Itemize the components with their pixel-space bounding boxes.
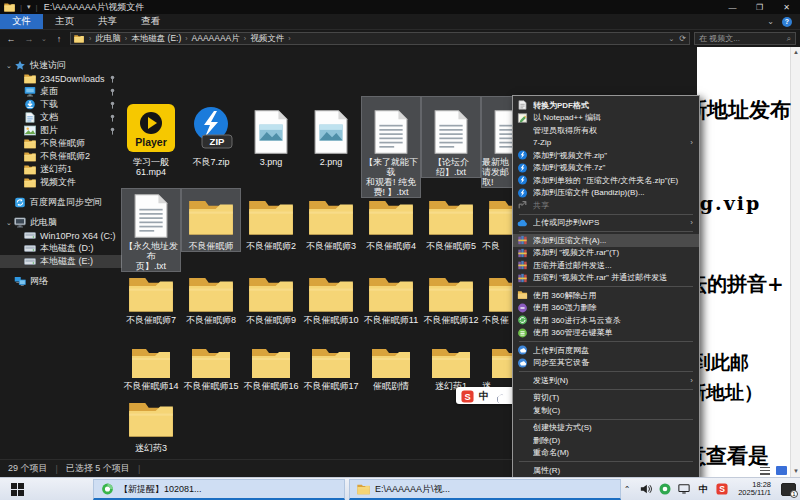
file-tile[interactable]: 不良催眠师2 (242, 189, 300, 251)
file-tile[interactable]: 【论坛介绍】.txt (422, 97, 480, 177)
start-button[interactable] (0, 478, 34, 500)
menu-item-7-Zip[interactable]: 7-Zip› (513, 137, 699, 150)
sidebar-item-网络[interactable]: 网络 (0, 275, 122, 288)
file-tile[interactable]: 催眠剧情 (362, 341, 420, 391)
tab-查看[interactable]: 查看 (129, 14, 172, 29)
menu-item-删除(D)[interactable]: 删除(D) (513, 434, 699, 447)
history-chevron-icon[interactable]: ⌄ (40, 35, 48, 43)
taskbar-button[interactable]: 【新提醒】102081... (93, 479, 345, 500)
expander-chevron-icon[interactable]: ⌄ (6, 219, 14, 227)
menu-item-重命名(M)[interactable]: 重命名(M) (513, 447, 699, 460)
menu-item-转换为PDF格式[interactable]: 转换为PDF格式 (513, 99, 699, 112)
file-tile[interactable]: 不良催眠师12 (422, 269, 480, 325)
menu-item-添加到 "视频文件.rar"(T)[interactable]: 添加到 "视频文件.rar"(T) (513, 247, 699, 260)
taskbar-clock[interactable]: 18:28 2025/11/1 (735, 481, 774, 498)
scrollbar[interactable]: ▲ ▼ (790, 47, 800, 477)
sidebar-item-本地磁盘 (E:)[interactable]: 本地磁盘 (E:) (0, 255, 122, 268)
close-button[interactable]: ✕ (773, 0, 800, 14)
menu-item-创建快捷方式(S)[interactable]: 创建快捷方式(S) (513, 422, 699, 435)
menu-item-上传或同步到WPS[interactable]: 上传或同步到WPS› (513, 217, 699, 230)
tab-共享[interactable]: 共享 (86, 14, 129, 29)
menu-item-属性(R)[interactable]: 属性(R) (513, 464, 699, 477)
ime-language-indicator[interactable]: 中 (697, 483, 709, 495)
menu-item-压缩并通过邮件发送...[interactable]: 压缩并通过邮件发送... (513, 259, 699, 272)
menu-item-上传到百度网盘[interactable]: 上传到百度网盘 (513, 344, 699, 357)
address-field[interactable]: ›此电脑›本地磁盘 (E:)›AAAAAAA片›视频文件› ⌄ ⟳ (70, 32, 690, 45)
taskbar-button[interactable]: E:\AAAAAA片\视... (349, 479, 621, 500)
volume-icon[interactable] (640, 483, 652, 495)
file-tile[interactable]: Player学习一般61.mp4 (122, 97, 180, 177)
file-tile[interactable]: 不良催眠师8 (182, 269, 240, 325)
sidebar-item-Win10Pro X64 (C:)[interactable]: Win10Pro X64 (C:) (0, 229, 122, 242)
file-tile[interactable]: 不良催眠师 (182, 189, 240, 251)
up-button[interactable]: ↑ (52, 34, 66, 44)
sidebar-item-桌面[interactable]: 桌面 (0, 85, 122, 98)
back-button[interactable]: ← (4, 34, 18, 44)
minimize-button[interactable]: — (719, 0, 746, 14)
file-tile[interactable]: 不良催眠师3 (302, 189, 360, 251)
file-tile[interactable]: 2.png (302, 97, 360, 167)
menu-item-使用 360进行木马云查杀[interactable]: 使用 360进行木马云查杀 (513, 314, 699, 327)
refresh-icon[interactable]: ⟳ (679, 34, 686, 43)
scroll-up-icon[interactable]: ▲ (791, 47, 800, 58)
file-tile[interactable]: 不良催眠师17 (302, 341, 360, 391)
menu-item-压缩到 "视频文件.rar" 并通过邮件发送[interactable]: 压缩到 "视频文件.rar" 并通过邮件发送 (513, 272, 699, 285)
file-tile[interactable]: 不良催眠师7 (122, 269, 180, 325)
sidebar-item-图片[interactable]: 图片 (0, 124, 122, 137)
tab-文件[interactable]: 文件 (0, 14, 43, 29)
sidebar-item-迷幻药1[interactable]: 迷幻药1 (0, 163, 122, 176)
file-tile[interactable]: 不良催眠师4 (362, 189, 420, 251)
forward-button[interactable]: → (22, 34, 36, 44)
menu-item-使用 360管理右键菜单[interactable]: 使用 360管理右键菜单 (513, 327, 699, 340)
ime-mode-indicator[interactable]: 中 (479, 389, 489, 403)
sidebar-item-不良催眠师[interactable]: 不良催眠师 (0, 137, 122, 150)
sogou-icon[interactable]: S (461, 389, 474, 402)
file-tile[interactable]: 不良催眠师5 (422, 189, 480, 251)
tab-主页[interactable]: 主页 (43, 14, 86, 29)
file-tile[interactable]: 迷幻药1 (422, 341, 480, 391)
sidebar-item-快速访问[interactable]: ⌄快速访问 (0, 59, 122, 72)
menu-item-剪切(T)[interactable]: 剪切(T) (513, 392, 699, 405)
file-tile[interactable]: 不良催眠师11 (362, 269, 420, 325)
sidebar-item-本地磁盘 (D:)[interactable]: 本地磁盘 (D:) (0, 242, 122, 255)
action-center-icon[interactable]: 1 (781, 483, 796, 496)
chevron-down-icon[interactable]: ⌄ (767, 17, 774, 26)
help-icon[interactable]: ? (782, 17, 792, 27)
breadcrumb-segment[interactable]: 视频文件 (248, 33, 286, 45)
chevron-down-icon[interactable]: ⌄ (668, 35, 674, 43)
sidebar-item-视频文件[interactable]: 视频文件 (0, 176, 122, 189)
sidebar-item-不良催眠师2[interactable]: 不良催眠师2 (0, 150, 122, 163)
menu-item-同步至其它设备[interactable]: 同步至其它设备 (513, 357, 699, 370)
search-input[interactable]: 在 视频文... ⌕ (694, 32, 796, 45)
360-safety-icon[interactable] (659, 483, 671, 495)
menu-item-管理员取得所有权[interactable]: 管理员取得所有权 (513, 124, 699, 137)
menu-item-添加到压缩文件(A)...[interactable]: 添加到压缩文件(A)... (513, 234, 699, 247)
file-tile[interactable]: 迷幻药3 (122, 391, 180, 453)
file-tile[interactable]: 【永久地址发布页】.txt (122, 189, 180, 271)
file-tile[interactable]: 不良催眠师16 (242, 341, 300, 391)
maximize-button[interactable]: ❐ (746, 0, 773, 14)
menu-item-使用 360强力删除[interactable]: 使用 360强力删除 (513, 302, 699, 315)
chevron-down-icon[interactable]: ▾ (27, 3, 31, 11)
breadcrumb-segment[interactable]: 此电脑 (93, 33, 123, 45)
network-icon[interactable] (678, 483, 690, 495)
menu-item-添加到"视频文件.7z"[interactable]: 添加到"视频文件.7z" (513, 162, 699, 175)
menu-item-发送到(N)[interactable]: 发送到(N)› (513, 374, 699, 387)
window-icon[interactable] (776, 466, 787, 475)
file-tile[interactable]: 不良催眠师15 (182, 341, 240, 391)
menu-item-以 Notepad++ 编辑[interactable]: 以 Notepad++ 编辑 (513, 112, 699, 125)
moon-icon[interactable] (494, 390, 505, 401)
sogou-tray-icon[interactable]: S (716, 483, 728, 495)
menu-item-使用 360解除占用[interactable]: 使用 360解除占用 (513, 289, 699, 302)
menu-item-添加到"视频文件.zip"[interactable]: 添加到"视频文件.zip" (513, 149, 699, 162)
menu-item-添加到压缩文件 (Bandizip)(B)...[interactable]: 添加到压缩文件 (Bandizip)(B)... (513, 187, 699, 200)
breadcrumb-segment[interactable]: AAAAAAA片 (190, 33, 242, 45)
sidebar-item-2345Downloads[interactable]: 2345Downloads (0, 72, 122, 85)
expander-chevron-icon[interactable]: ⌄ (6, 62, 14, 70)
menu-item-复制(C)[interactable]: 复制(C) (513, 404, 699, 417)
sidebar-item-百度网盘同步空间[interactable]: 百度网盘同步空间 (0, 196, 122, 209)
file-tile[interactable]: 【来了就能下载和观看! 纯免费! 】.txt (362, 97, 420, 197)
sidebar-item-文档[interactable]: 文档 (0, 111, 122, 124)
hidden-icons-chevron[interactable]: ⌃ (621, 483, 633, 495)
breadcrumb-segment[interactable]: 本地磁盘 (E:) (129, 33, 183, 45)
